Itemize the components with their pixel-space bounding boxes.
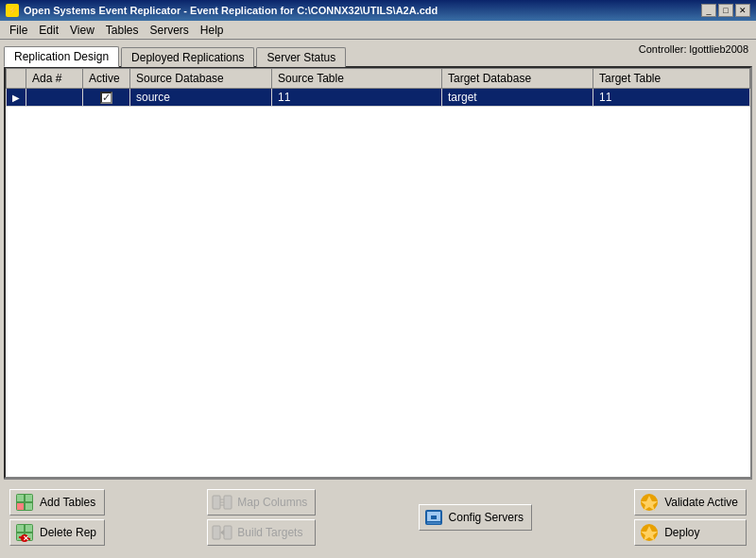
tab-server-status[interactable]: Server Status <box>256 47 346 67</box>
bottom-toolbar: Add Tables ✕ Delete Rep <box>4 479 752 554</box>
build-targets-button[interactable]: Build Targets <box>207 519 316 546</box>
config-servers-button[interactable]: Config Servers <box>419 504 532 531</box>
svg-rect-7 <box>26 525 32 532</box>
validate-active-icon <box>639 492 660 513</box>
svg-rect-1 <box>17 495 24 501</box>
deploy-label: Deploy <box>664 526 699 539</box>
svg-rect-24 <box>431 516 437 519</box>
toolbar-config-group: Config Servers <box>419 504 532 531</box>
col-source-table: Source Table <box>272 69 442 89</box>
row-source-table: 11 <box>272 89 442 107</box>
validate-active-button[interactable]: Validate Active <box>634 489 747 516</box>
toolbar-middle-group: Map Columns Build Targets <box>207 489 316 546</box>
menu-servers[interactable]: Servers <box>145 22 195 39</box>
add-tables-label: Add Tables <box>40 496 95 509</box>
build-targets-icon <box>212 522 232 543</box>
config-servers-label: Config Servers <box>449 511 524 524</box>
col-target-table: Target Table <box>593 69 750 89</box>
tab-deployed-replications[interactable]: Deployed Replications <box>121 47 254 67</box>
deploy-button[interactable]: Deploy <box>634 519 747 546</box>
menu-file[interactable]: File <box>4 22 33 39</box>
row-active[interactable]: ✓ <box>83 89 130 107</box>
svg-marker-20 <box>220 530 224 535</box>
row-ada <box>26 89 83 107</box>
deploy-icon <box>639 522 660 543</box>
title-bar: ⚡ Open Systems Event Replicator - Event … <box>0 0 756 21</box>
validate-active-label: Validate Active <box>664 496 738 509</box>
window-body: Controller: lgottlieb2008 Replication De… <box>0 40 756 558</box>
svg-rect-4 <box>26 503 32 510</box>
row-target-table: 11 <box>593 89 750 107</box>
add-tables-icon <box>14 492 35 513</box>
svg-rect-19 <box>224 526 232 539</box>
svg-rect-18 <box>213 526 220 539</box>
map-columns-label: Map Columns <box>237 496 307 509</box>
svg-rect-6 <box>17 525 24 532</box>
menu-bar: File Edit View Tables Servers Help <box>0 21 756 40</box>
config-servers-icon <box>423 507 444 528</box>
add-tables-button[interactable]: Add Tables <box>9 489 105 516</box>
title-bar-left: ⚡ Open Systems Event Replicator - Event … <box>6 4 438 17</box>
col-target-db: Target Database <box>442 69 593 89</box>
row-source-db: source <box>130 89 272 107</box>
table-row[interactable]: ▶ ✓ source 11 target 11 <box>7 89 750 107</box>
menu-view[interactable]: View <box>64 22 100 39</box>
minimize-button[interactable]: _ <box>701 4 716 17</box>
svg-rect-14 <box>224 496 232 509</box>
delete-rep-icon: ✕ <box>14 522 35 543</box>
delete-rep-label: Delete Rep <box>40 526 96 539</box>
content-area: Ada # Active Source Database Source Tabl… <box>4 66 752 479</box>
menu-help[interactable]: Help <box>195 22 230 39</box>
toolbar-left-group: Add Tables ✕ Delete Rep <box>9 489 105 546</box>
close-button[interactable]: ✕ <box>735 4 750 17</box>
col-active: Active <box>83 69 130 89</box>
tab-replication-design[interactable]: Replication Design <box>4 46 119 67</box>
svg-text:✕: ✕ <box>23 534 29 543</box>
svg-rect-2 <box>26 495 32 501</box>
col-source-db: Source Database <box>130 69 272 89</box>
maximize-button[interactable]: □ <box>718 4 733 17</box>
app-icon: ⚡ <box>6 4 19 17</box>
map-columns-icon <box>212 492 232 513</box>
menu-tables[interactable]: Tables <box>100 22 145 39</box>
replication-table: Ada # Active Source Database Source Tabl… <box>6 68 750 107</box>
controller-label: Controller: lgottlieb2008 <box>639 43 748 55</box>
map-columns-button[interactable]: Map Columns <box>207 489 316 516</box>
svg-rect-13 <box>213 496 220 509</box>
table-header-row: Ada # Active Source Database Source Tabl… <box>7 69 750 89</box>
row-target-db: target <box>442 89 593 107</box>
title-bar-controls[interactable]: _ □ ✕ <box>701 4 750 17</box>
col-ada: Ada # <box>26 69 83 89</box>
svg-rect-3 <box>17 503 24 510</box>
delete-rep-button[interactable]: ✕ Delete Rep <box>9 519 105 546</box>
toolbar-right-group: Validate Active Deploy <box>634 489 747 546</box>
row-indicator: ▶ <box>7 89 26 107</box>
col-indicator <box>7 69 26 89</box>
menu-edit[interactable]: Edit <box>33 22 64 39</box>
svg-rect-23 <box>427 522 440 524</box>
window-title: Open Systems Event Replicator - Event Re… <box>24 5 438 16</box>
active-checkbox[interactable]: ✓ <box>100 92 112 104</box>
build-targets-label: Build Targets <box>237 526 302 539</box>
